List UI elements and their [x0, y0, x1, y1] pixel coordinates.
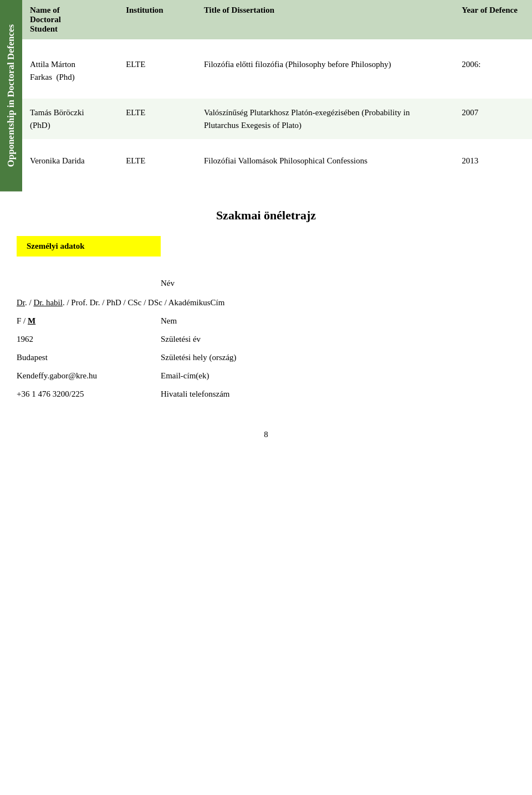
section-header-line1: Opponentship in	[6, 100, 17, 167]
section-header: Opponentship in Doctoral Defences	[0, 0, 22, 192]
cv-gender-value: F / M	[17, 316, 161, 326]
cv-phone-label: Hivatali telefonszám	[161, 389, 230, 399]
year-1: 2006:	[454, 50, 532, 91]
section-header-line2: Doctoral Defences	[6, 24, 17, 98]
cv-birthplace-value: Budapest	[17, 353, 161, 362]
cv-gender-label: Nem	[161, 316, 177, 326]
opponency-section: Opponentship in Doctoral Defences Name o…	[0, 0, 532, 192]
cv-phone-row: +36 1 476 3200/225 Hivatali telefonszám	[17, 389, 515, 399]
opponency-table: Name of Doctoral Student Institution Tit…	[22, 0, 532, 192]
cv-main-title: Szakmai önéletrajz	[17, 208, 515, 223]
cv-section-label: Személyi adatok	[17, 236, 161, 257]
cv-birthyear-label: Születési év	[161, 335, 201, 344]
table-row: Attila Márton Farkas (Phd) ELTE Filozófi…	[22, 50, 532, 91]
title-2: Valószínűség Plutarkhosz Platón-exegézis…	[196, 99, 454, 139]
student-name-1: Attila Márton Farkas (Phd)	[22, 50, 118, 91]
column-header-row: Name of Doctoral Student Institution Tit…	[22, 0, 532, 39]
cv-birthyear-value: 1962	[17, 335, 161, 344]
spacer-row-3	[22, 139, 532, 147]
spacer-row-2	[22, 91, 532, 99]
cv-gender-row: F / M Nem	[17, 316, 515, 326]
cv-birthyear-row: 1962 Születési év	[17, 335, 515, 344]
student-name-2: Tamás Böröczki (PhD)	[22, 99, 118, 139]
year-2: 2007	[454, 99, 532, 139]
title-1: Filozófia előtti filozófia (Philosophy b…	[196, 50, 454, 91]
cv-birthplace-label: Születési hely (ország)	[161, 353, 237, 362]
cv-name-label: Név	[161, 279, 175, 288]
col-header-name: Name of Doctoral Student	[22, 0, 118, 39]
cv-email-row: Kendeffy.gabor@kre.hu Email-cím(ek)	[17, 371, 515, 381]
col-header-year: Year of Defence	[454, 0, 532, 39]
institution-3: ELTE	[118, 147, 196, 175]
cv-email-value: Kendeffy.gabor@kre.hu	[17, 371, 161, 381]
spacer-row	[22, 39, 532, 50]
cv-section: Szakmai önéletrajz Személyi adatok Név D…	[0, 192, 532, 413]
spacer-bottom	[22, 175, 532, 192]
cv-title-value: Dr. / Dr. habil. / Prof. Dr. / PhD / CSc…	[17, 298, 211, 307]
cv-phone-value: +36 1 476 3200/225	[17, 389, 161, 399]
institution-2: ELTE	[118, 99, 196, 139]
table-row: Veronika Darida ELTE Filozófiai Vallomás…	[22, 147, 532, 175]
col-header-institution: Institution	[118, 0, 196, 39]
table-row: Tamás Böröczki (PhD) ELTE Valószínűség P…	[22, 99, 532, 139]
student-name-3: Veronika Darida	[22, 147, 118, 175]
cv-birthplace-row: Budapest Születési hely (ország)	[17, 353, 515, 362]
institution-1: ELTE	[118, 50, 196, 91]
cv-email-label: Email-cím(ek)	[161, 371, 209, 381]
col-header-title: Title of Dissertation	[196, 0, 454, 39]
table-container: Name of Doctoral Student Institution Tit…	[22, 0, 532, 192]
cv-title-label: Cím	[211, 298, 225, 307]
cv-name-row: Név	[17, 279, 515, 288]
title-3: Filozófiai Vallomások Philosophical Conf…	[196, 147, 454, 175]
cv-title-row: Dr. / Dr. habil. / Prof. Dr. / PhD / CSc…	[17, 298, 515, 307]
page-number: 8	[0, 430, 532, 450]
page: Opponentship in Doctoral Defences Name o…	[0, 0, 532, 450]
year-3: 2013	[454, 147, 532, 175]
